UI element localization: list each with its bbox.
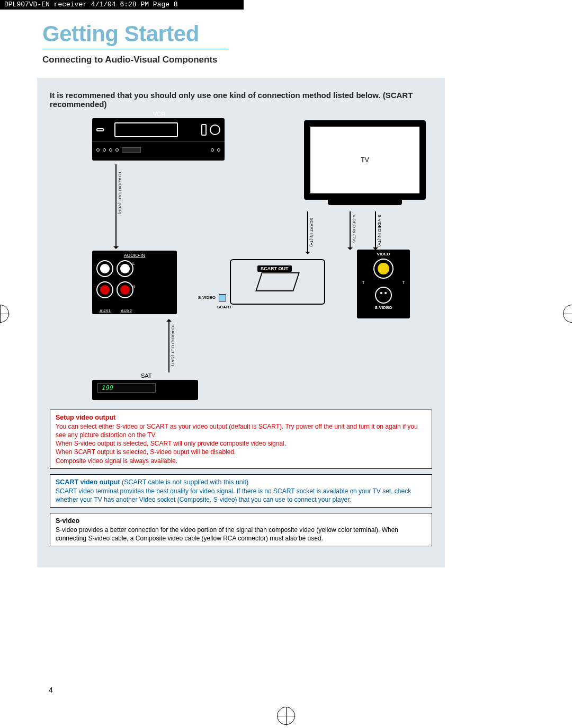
- cable-label-video-in-tv: VIDEO IN (TV): [352, 215, 356, 243]
- setup-header: Setup video output: [56, 413, 426, 422]
- setup-line3: When SCART output is selected, S-video o…: [56, 448, 426, 456]
- scart-port-label: SCART: [217, 305, 232, 309]
- audio-in-label: AUDIO-IN: [95, 253, 174, 258]
- setup-video-output-box: Setup video output You can select either…: [50, 410, 432, 469]
- s-video-panel-label: S-VIDEO: [373, 305, 395, 310]
- page-number: 4: [49, 686, 53, 694]
- crop-mark-bottom: [277, 707, 295, 725]
- scart-body: SCART video terminal provides the best q…: [56, 487, 426, 504]
- setup-line2: When S-video output is selected, SCART w…: [56, 439, 426, 448]
- crop-mark-left: [0, 305, 9, 323]
- vcr-device: [92, 118, 225, 161]
- cable-line: [307, 211, 308, 254]
- sat-device: SAT 199: [92, 372, 198, 399]
- vcr-small-dot-icon: [109, 148, 112, 152]
- scart-header: SCART video output (SCART cable is not s…: [56, 478, 426, 487]
- print-slug: DPL907VD-EN receiver 4/1/04 6:28 PM Page…: [0, 0, 244, 10]
- cable-label-scart-in-tv: SCART IN (TV): [309, 218, 314, 247]
- vcr-dial-icon: [210, 125, 220, 135]
- aux2-label: AUX2: [121, 308, 132, 313]
- page-subtitle: Connecting to Audio-Visual Components: [42, 55, 519, 65]
- cable-line: [350, 211, 351, 250]
- vcr-display-icon: [122, 147, 141, 153]
- cable-label-audio-out-vcr: TO AUDIO OUT (VCR): [118, 171, 122, 215]
- connection-diagram: VCR: [50, 118, 431, 404]
- rca-red-icon: [96, 281, 113, 298]
- vcr-eject-icon: [201, 124, 207, 136]
- crop-mark-right: [563, 305, 572, 323]
- page-content: Getting Started Connecting to Audio-Visu…: [42, 21, 519, 567]
- rca-red-icon: [117, 281, 133, 298]
- scart-header-paren: (SCART cable is not supplied with this u…: [122, 478, 248, 486]
- s-video-port-label: S-VIDEO: [198, 294, 226, 301]
- scart-out-label: SCART OUT: [257, 265, 292, 272]
- tv-label: TV: [309, 126, 421, 194]
- video-panel-label: VIDEO: [359, 252, 408, 256]
- cable-line: [115, 164, 117, 248]
- page-title: Getting Started: [42, 21, 228, 47]
- cable-line: [375, 211, 376, 250]
- sat-display: 199: [97, 383, 156, 393]
- s-video-body: S-video provides a better connection for…: [56, 526, 426, 543]
- out-t-left: T: [362, 281, 364, 285]
- setup-line4: Composite video signal is always availab…: [56, 457, 426, 465]
- aux1-label: AUX1: [100, 308, 111, 313]
- s-video-header: S-video: [56, 517, 426, 526]
- content-panel: It is recommened that you should only us…: [37, 78, 445, 567]
- vcr-small-dot-icon: [103, 148, 106, 152]
- vcr-button-icon: [96, 128, 104, 131]
- scart-connector-icon: [255, 272, 300, 291]
- sat-label: SAT: [141, 372, 198, 379]
- rca-white-icon: [96, 260, 113, 277]
- video-output-panel: VIDEO T T S-VIDEO: [357, 250, 410, 318]
- vcr-small-dot-icon: [211, 148, 214, 152]
- rca-white-icon: [117, 260, 133, 277]
- vcr-label: VCR: [153, 111, 165, 117]
- title-block: Getting Started: [42, 21, 228, 49]
- recommendation-text: It is recommened that you should only us…: [50, 91, 432, 109]
- out-t-right: T: [403, 281, 405, 285]
- cable-label-s-video-in-tv: S-VIDEO IN (TV): [377, 215, 382, 247]
- vcr-cassette-slot-icon: [114, 122, 178, 137]
- setup-line1: You can select either S-video or SCART a…: [56, 422, 426, 439]
- s-video-box: S-video S-video provides a better connec…: [50, 513, 432, 546]
- tv-device: TV: [304, 120, 426, 210]
- vcr-small-dot-icon: [115, 148, 119, 152]
- vcr-small-dot-icon: [217, 148, 220, 152]
- cable-line: [168, 319, 169, 372]
- rca-yellow-icon: [373, 259, 394, 279]
- scart-video-output-box: SCART video output (SCART cable is not s…: [50, 474, 432, 508]
- vcr-small-dot-icon: [96, 148, 100, 152]
- s-video-connector-icon: [375, 287, 392, 304]
- cable-label-audio-out-sat: TO AUDIO OUT (SAT): [171, 324, 175, 366]
- s-video-jack-icon: [219, 294, 226, 301]
